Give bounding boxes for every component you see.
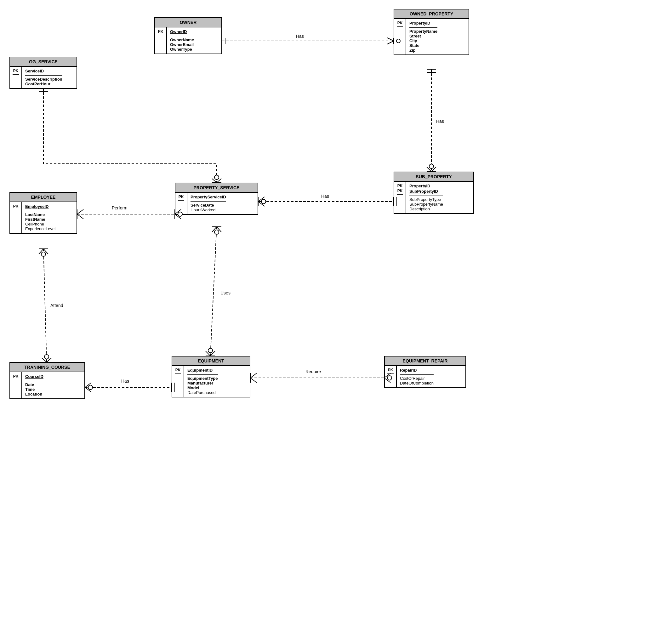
entity-owned-property: OWNED_PROPERTY PK PropertyID PropertyNam… xyxy=(393,9,469,55)
relationship-lines: Has Has P xyxy=(0,0,672,627)
crow1-emp-bot xyxy=(39,249,44,254)
attr-sub-property-name: SubPropertyName xyxy=(409,202,443,207)
entity-gg-service-title: GG_SERVICE xyxy=(10,57,76,67)
crow2-ps xyxy=(217,178,221,183)
attr-lastname: LastName xyxy=(25,212,55,217)
crow1-tc-r xyxy=(85,383,91,387)
attr-date-of-completion: DateOfCompletion xyxy=(400,381,434,385)
pk-label: PK xyxy=(158,29,163,34)
entity-owner-title: OWNER xyxy=(155,18,221,27)
crow2-equip-r xyxy=(250,378,257,383)
line-ps-equip xyxy=(210,227,217,356)
attr-property-name: PropertyName xyxy=(409,29,437,34)
entity-gg-service: GG_SERVICE PK ServiceID ServiceDescripti… xyxy=(9,57,77,89)
crow2-sub xyxy=(431,167,436,172)
attr-owner-id: OwnerID xyxy=(170,29,194,34)
label-uses: Uses xyxy=(220,290,231,295)
attr-model: Model xyxy=(187,385,218,390)
attr-service-date: ServiceDate xyxy=(191,203,226,208)
pk-label: PK xyxy=(13,69,19,73)
pk-label: PK xyxy=(175,368,181,372)
circle-ps-r xyxy=(261,199,266,204)
entity-equipment-repair-title: EQUIPMENT_REPAIR xyxy=(385,357,465,366)
attr-date: Date xyxy=(25,382,44,387)
label-has-ps-sub: Has xyxy=(321,194,329,199)
crow1-emp xyxy=(77,210,83,214)
entity-property-service: PROPERTY_SERVICE PK PropertyServiceID Se… xyxy=(175,183,258,215)
crow2-emp-bot xyxy=(44,249,48,254)
attr-cost-per-hour: CostPerHour xyxy=(25,81,62,86)
attr-hours-worked: HoursWorked xyxy=(191,208,226,212)
line-gg-ps xyxy=(44,88,217,183)
attr-equipment-id: EquipmentID xyxy=(187,368,218,372)
attr-equipment-type: EquipmentType xyxy=(187,376,218,381)
pk-label: PK xyxy=(178,195,184,199)
crow2-ps-l xyxy=(175,214,181,219)
entity-sub-property: SUB_PROPERTY PK PK PropertyID SubPropert… xyxy=(393,172,474,214)
attr-zip: Zip xyxy=(409,48,437,53)
circle-tc-r xyxy=(88,385,93,390)
label-perform: Perform xyxy=(112,205,127,210)
attr-owner-name: OwnerName xyxy=(170,38,194,42)
attr-manufacturer: Manufacturer xyxy=(187,381,218,385)
entity-property-service-title: PROPERTY_SERVICE xyxy=(175,183,258,193)
pk-label-2: PK xyxy=(398,189,403,193)
label-has-owner: Has xyxy=(296,34,304,39)
pk-label-1: PK xyxy=(398,184,403,188)
attr-course-id: CourseID xyxy=(25,374,44,379)
entity-sub-property-title: SUB_PROPERTY xyxy=(394,172,473,182)
pk-label: PK xyxy=(398,21,403,25)
pk-label: PK xyxy=(13,374,19,379)
attr-date-purchased: DatePurchased xyxy=(187,390,218,395)
circle-sub-top xyxy=(429,164,434,168)
crow1-tc-top xyxy=(42,358,47,362)
attr-repair-id: RepairID xyxy=(400,368,434,372)
attr-experience: ExperienceLevel xyxy=(25,226,55,231)
entity-equipment: EQUIPMENT PK EquipmentID EquipmentType M… xyxy=(172,356,250,397)
attr-time: Time xyxy=(25,387,44,392)
crow1-equip-r xyxy=(250,373,257,378)
line-emp-tc xyxy=(44,249,47,362)
crow2-ps-r xyxy=(258,201,265,206)
crow1-ps-r xyxy=(258,197,265,201)
label-require: Require xyxy=(306,369,321,374)
circle-ps-bot xyxy=(214,230,219,234)
crow2-emp xyxy=(77,214,83,219)
entity-owned-property-title: OWNED_PROPERTY xyxy=(394,9,469,19)
attr-cost-of-repair: CostOfRepair xyxy=(400,376,434,381)
attr-description: Description xyxy=(409,207,443,211)
attr-sub-property-id1: PropertyID xyxy=(409,184,443,188)
pk-label: PK xyxy=(13,204,19,209)
attr-owner-email: OwnerEmail xyxy=(170,42,194,47)
crow1-owned xyxy=(387,38,393,41)
attr-property-service-id: PropertyServiceID xyxy=(191,195,226,199)
attr-state: State xyxy=(409,43,437,48)
attr-property-id: PropertyID xyxy=(409,21,437,25)
circle-equip-top xyxy=(208,348,213,353)
pk-label: PK xyxy=(388,368,393,372)
attr-employee-id: EmployeeID xyxy=(25,204,55,209)
label-has-tc-equip: Has xyxy=(121,379,129,384)
attr-cellphone: CellPhone xyxy=(25,222,55,226)
crow2-equip-top xyxy=(210,351,215,356)
crow2-tc-r xyxy=(85,387,91,392)
attr-owner-type: OwnerType xyxy=(170,47,194,52)
entity-employee: EMPLOYEE PK EmployeeID LastName FirstNam… xyxy=(9,192,77,234)
label-attend: Attend xyxy=(50,303,63,308)
entity-owner: OWNER PK OwnerID OwnerName OwnerEmail Ow… xyxy=(154,17,222,54)
label-has-owned-sub: Has xyxy=(436,119,444,124)
entity-equipment-repair: EQUIPMENT_REPAIR PK RepairID CostOfRepai… xyxy=(384,356,466,388)
crow2-tc-top xyxy=(47,358,51,362)
attr-location: Location xyxy=(25,392,44,396)
attr-sub-property-type: SubPropertyType xyxy=(409,197,443,202)
attr-service-id: ServiceID xyxy=(25,69,62,73)
entity-training-course: TRANINING_COURSE PK CourseID Date Time L… xyxy=(9,362,85,399)
circle-emp-bot xyxy=(41,252,46,256)
crow2-ps-bot xyxy=(217,227,221,232)
entity-equipment-title: EQUIPMENT xyxy=(172,357,250,366)
circle-tc-top xyxy=(44,355,49,359)
crow1-ps xyxy=(212,178,217,183)
entity-training-course-title: TRANINING_COURSE xyxy=(10,363,85,372)
circle-ps-top xyxy=(214,175,219,179)
crow2-owned xyxy=(387,41,393,44)
